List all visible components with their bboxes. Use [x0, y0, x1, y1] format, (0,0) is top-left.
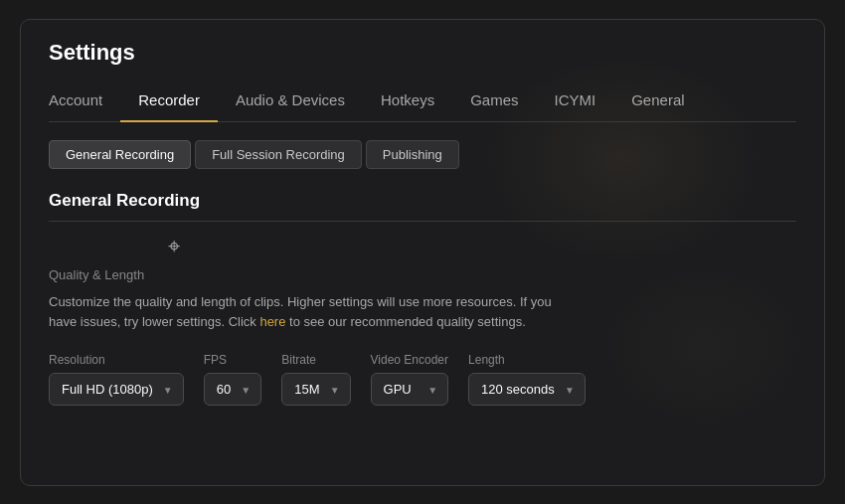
controls-row: Resolution Full HD (1080p) ▼ FPS 60 ▼	[49, 353, 796, 406]
crosshair-icon: ⌖	[168, 236, 180, 257]
resolution-group: Resolution Full HD (1080p) ▼	[49, 353, 184, 406]
tab-account[interactable]: Account	[49, 84, 120, 122]
bitrate-group: Bitrate 15M ▼	[281, 353, 350, 406]
sub-tab-general-recording[interactable]: General Recording	[49, 140, 191, 169]
fps-arrow-icon: ▼	[241, 384, 251, 395]
bitrate-label: Bitrate	[281, 353, 350, 367]
resolution-value: Full HD (1080p)	[62, 382, 153, 397]
length-group: Length 120 seconds ▼	[468, 353, 586, 406]
length-label: Length	[468, 353, 586, 367]
fps-group: FPS 60 ▼	[204, 353, 261, 406]
fps-label: FPS	[204, 353, 261, 367]
crosshair-area: ⌖	[168, 236, 796, 257]
bitrate-dropdown[interactable]: 15M ▼	[281, 373, 350, 406]
sub-tab-full-session[interactable]: Full Session Recording	[195, 140, 362, 169]
tab-games[interactable]: Games	[452, 84, 536, 122]
description-link[interactable]: here	[259, 314, 285, 329]
tab-icymi[interactable]: ICYMI	[537, 84, 614, 122]
video-encoder-arrow-icon: ▼	[427, 384, 437, 395]
length-dropdown[interactable]: 120 seconds ▼	[468, 373, 586, 406]
fps-dropdown[interactable]: 60 ▼	[204, 373, 261, 406]
quality-label: Quality & Length	[49, 267, 796, 282]
video-encoder-group: Video Encoder GPU ▼	[371, 353, 449, 406]
tab-audio-devices[interactable]: Audio & Devices	[218, 84, 363, 122]
tab-hotkeys[interactable]: Hotkeys	[363, 84, 452, 122]
resolution-dropdown[interactable]: Full HD (1080p) ▼	[49, 373, 184, 406]
bitrate-arrow-icon: ▼	[330, 384, 340, 395]
tab-general[interactable]: General	[613, 84, 702, 122]
header: Settings Account Recorder Audio & Device…	[21, 20, 824, 122]
video-encoder-dropdown[interactable]: GPU ▼	[371, 373, 449, 406]
sub-tab-publishing[interactable]: Publishing	[366, 140, 459, 169]
description-text-2: to see our recommended quality settings.	[285, 314, 525, 329]
fps-value: 60	[217, 382, 231, 397]
video-encoder-label: Video Encoder	[371, 353, 449, 367]
length-value: 120 seconds	[481, 382, 555, 397]
nav-tabs: Account Recorder Audio & Devices Hotkeys…	[49, 84, 796, 122]
resolution-arrow-icon: ▼	[163, 384, 173, 395]
sub-tabs: General Recording Full Session Recording…	[21, 122, 824, 169]
tab-recorder[interactable]: Recorder	[120, 84, 218, 122]
window-title: Settings	[49, 40, 796, 66]
settings-window: Settings Account Recorder Audio & Device…	[20, 19, 825, 486]
resolution-label: Resolution	[49, 353, 184, 367]
video-encoder-value: GPU	[384, 382, 412, 397]
main-content: General Recording ⌖ Quality & Length Cus…	[21, 169, 824, 485]
bitrate-value: 15M	[294, 382, 319, 397]
section-title: General Recording	[49, 191, 796, 222]
length-arrow-icon: ▼	[565, 384, 575, 395]
description: Customize the quality and length of clip…	[49, 292, 566, 334]
